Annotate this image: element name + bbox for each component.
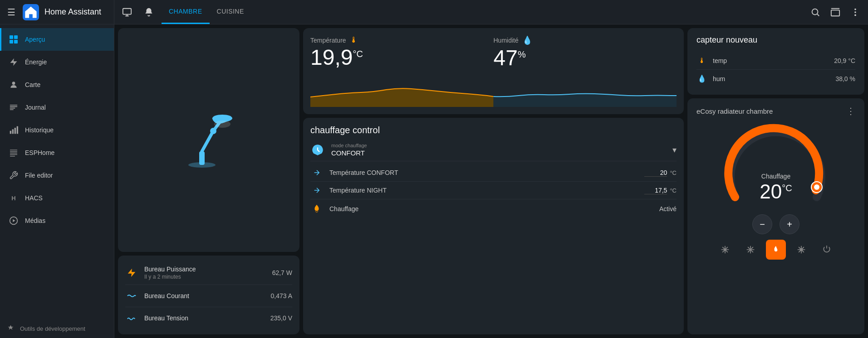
temp-night-icon bbox=[310, 186, 323, 194]
bell-icon bbox=[144, 7, 154, 17]
decrease-button[interactable]: − bbox=[752, 214, 772, 234]
mode-btn-snowflake3[interactable] bbox=[791, 240, 811, 260]
temp-confort-input[interactable] bbox=[644, 169, 667, 177]
tab-cuisine[interactable]: CUISINE bbox=[210, 0, 251, 24]
svg-point-29 bbox=[814, 184, 819, 190]
temp-night-value: °C bbox=[644, 187, 677, 194]
left-column: Bureau Puissance Il y a 2 minutes 62,7 W… bbox=[118, 28, 299, 334]
sidebar-label-apercu: Aperçu bbox=[25, 36, 45, 43]
mode-arrow-icon: ▾ bbox=[672, 145, 677, 155]
search-button[interactable] bbox=[806, 3, 824, 21]
lamp-illustration bbox=[175, 108, 243, 172]
bell-button[interactable] bbox=[140, 3, 158, 21]
chauffage-row-status: Activé bbox=[659, 205, 677, 212]
capteur-hum-name: hum bbox=[713, 75, 830, 82]
chauffage-row-label: Chauffage bbox=[329, 205, 653, 212]
ecosy-title: eCosy radiateur chambre bbox=[696, 107, 773, 115]
svg-rect-8 bbox=[12, 129, 14, 134]
hum-value: 47% bbox=[494, 47, 677, 69]
monitor-icon bbox=[122, 7, 132, 17]
historique-icon bbox=[9, 125, 19, 135]
tab-chambre[interactable]: CHAMBRE bbox=[162, 0, 210, 24]
capteur-hum-icon: 💧 bbox=[696, 74, 707, 83]
topbar: CHAMBRE CUISINE bbox=[114, 0, 868, 24]
temp-label: Température 🌡 bbox=[310, 35, 494, 45]
sidebar-item-journal[interactable]: Journal bbox=[0, 96, 114, 119]
svg-rect-2 bbox=[10, 35, 13, 39]
tab-list: CHAMBRE CUISINE bbox=[158, 0, 806, 24]
svg-rect-5 bbox=[14, 40, 18, 43]
energie-icon bbox=[9, 57, 19, 67]
sidebar-item-hacs[interactable]: H HACS bbox=[0, 187, 114, 209]
ecosy-body: Chauffage 20°C − + bbox=[696, 120, 855, 260]
sidebar-item-carte[interactable]: Carte bbox=[0, 73, 114, 96]
footer-label: Outils de développement bbox=[20, 325, 85, 332]
cast-button[interactable] bbox=[826, 3, 844, 21]
power-card: Bureau Puissance Il y a 2 minutes 62,7 W… bbox=[118, 256, 299, 334]
hacs-icon: H bbox=[9, 193, 19, 203]
right-column: capteur nouveau 🌡 temp 20,9 °C 💧 hum 38,… bbox=[687, 28, 864, 334]
courant-value: 0,473 A bbox=[271, 292, 293, 299]
sidebar-item-historique[interactable]: Historique bbox=[0, 119, 114, 141]
sidebar-item-apercu[interactable]: Aperçu bbox=[0, 28, 114, 51]
temp-confort-value: °C bbox=[644, 169, 677, 177]
more-button[interactable] bbox=[846, 3, 864, 21]
sidebar-item-file-editor[interactable]: File editor bbox=[0, 164, 114, 187]
mode-btn-power[interactable] bbox=[817, 240, 837, 260]
hum-label: Humidité 💧 bbox=[494, 35, 677, 45]
svg-marker-12 bbox=[13, 219, 15, 222]
gauge-name: Chauffage bbox=[760, 173, 792, 180]
sidebar-label-journal: Journal bbox=[25, 104, 46, 111]
sidebar-label-hacs: HACS bbox=[25, 194, 43, 202]
monitor-button[interactable] bbox=[118, 3, 136, 21]
mode-select[interactable]: CONFORT NIGHT ECO OFF bbox=[331, 149, 666, 157]
sidebar-footer[interactable]: Outils de développement bbox=[0, 319, 114, 338]
middle-column: Température 🌡 19,9°C Humidité 💧 bbox=[303, 28, 684, 334]
capteur-temp-name: temp bbox=[713, 57, 829, 64]
topbar-right-icons bbox=[806, 3, 864, 21]
sidebar-label-energie: Énergie bbox=[25, 58, 47, 66]
power-row-courant: Bureau Courant 0,473 A bbox=[125, 285, 292, 307]
sidebar-item-medias[interactable]: Médias bbox=[0, 209, 114, 232]
tension-value: 235,0 V bbox=[270, 314, 292, 322]
courant-info: Bureau Courant bbox=[144, 292, 265, 299]
mode-btn-flame[interactable] bbox=[766, 240, 786, 260]
mode-sublabel: mode chauffage bbox=[331, 143, 666, 148]
ecosy-more-button[interactable]: ⋮ bbox=[846, 106, 855, 116]
sidebar-label-historique: Historique bbox=[25, 126, 54, 134]
tension-info: Bureau Tension bbox=[144, 314, 264, 322]
puissance-name: Bureau Puissance bbox=[144, 266, 266, 273]
power-row-tension: Bureau Tension 235,0 V bbox=[125, 307, 292, 329]
ecosy-header: eCosy radiateur chambre ⋮ bbox=[696, 106, 855, 116]
svg-point-16 bbox=[854, 8, 856, 10]
app-title: Home Assistant bbox=[44, 7, 101, 17]
svg-point-17 bbox=[854, 11, 856, 13]
svg-rect-10 bbox=[17, 126, 18, 134]
mode-btn-snowflake2[interactable] bbox=[740, 240, 760, 260]
hamburger-button[interactable]: ☰ bbox=[7, 7, 15, 18]
gauge-temp-value: 20°C bbox=[760, 182, 792, 202]
courant-icon bbox=[125, 290, 138, 302]
mode-select-wrap: mode chauffage CONFORT NIGHT ECO OFF bbox=[331, 143, 666, 157]
carte-icon bbox=[9, 80, 19, 90]
mode-divider bbox=[310, 161, 677, 161]
temp-night-input[interactable] bbox=[644, 187, 667, 194]
sidebar-item-energie[interactable]: Énergie bbox=[0, 51, 114, 73]
increase-button[interactable]: + bbox=[780, 214, 799, 234]
mode-btn-snowflake1[interactable] bbox=[715, 240, 735, 260]
medias-icon bbox=[9, 216, 19, 226]
snowflake3-icon bbox=[797, 245, 806, 254]
capteur-card: capteur nouveau 🌡 temp 20,9 °C 💧 hum 38,… bbox=[687, 28, 864, 95]
sidebar-item-esphome[interactable]: ESPHome bbox=[0, 141, 114, 164]
sidebar-nav: Aperçu Énergie Carte bbox=[0, 24, 114, 319]
humidity-section: Humidité 💧 47% bbox=[494, 35, 677, 76]
puissance-icon bbox=[125, 266, 138, 279]
chauffage-title: chauffage control bbox=[310, 125, 677, 135]
more-icon bbox=[850, 7, 860, 17]
svg-rect-4 bbox=[10, 40, 13, 43]
temp-chart bbox=[310, 80, 677, 107]
svg-rect-20 bbox=[199, 151, 205, 165]
temp-row-night: Température NIGHT °C bbox=[310, 182, 677, 199]
svg-rect-13 bbox=[123, 8, 131, 14]
thermometer-icon: 🌡 bbox=[350, 35, 358, 45]
